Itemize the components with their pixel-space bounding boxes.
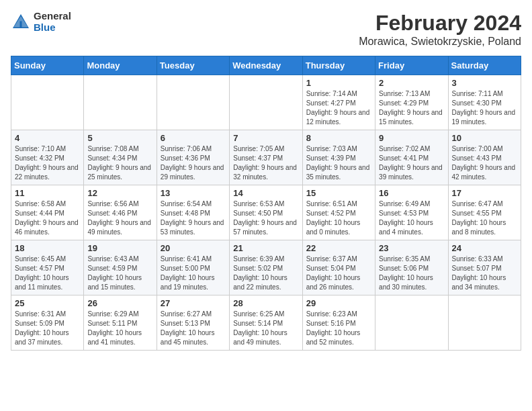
day-info: Sunrise: 6:37 AMSunset: 5:04 PMDaylight:…	[306, 255, 371, 292]
day-info: Sunrise: 6:29 AMSunset: 5:11 PMDaylight:…	[87, 310, 152, 347]
day-info: Sunrise: 6:25 AMSunset: 5:14 PMDaylight:…	[233, 310, 298, 347]
day-info: Sunrise: 6:35 AMSunset: 5:06 PMDaylight:…	[379, 255, 444, 292]
day-info: Sunrise: 6:23 AMSunset: 5:16 PMDaylight:…	[306, 310, 371, 347]
day-info: Sunrise: 7:02 AMSunset: 4:41 PMDaylight:…	[379, 144, 444, 182]
day-info: Sunrise: 6:33 AMSunset: 5:07 PMDaylight:…	[452, 255, 517, 292]
table-row: 17 Sunrise: 6:47 AMSunset: 4:55 PMDaylig…	[448, 185, 521, 240]
day-info: Sunrise: 6:47 AMSunset: 4:55 PMDaylight:…	[452, 199, 517, 237]
table-row: 14 Sunrise: 6:53 AMSunset: 4:50 PMDaylig…	[230, 185, 302, 240]
day-info: Sunrise: 6:53 AMSunset: 4:50 PMDaylight:…	[233, 199, 298, 237]
location-subtitle: Morawica, Swietokrzyskie, Poland	[359, 36, 521, 48]
title-section: February 2024 Morawica, Swietokrzyskie, …	[359, 11, 521, 48]
day-info: Sunrise: 7:00 AMSunset: 4:43 PMDaylight:…	[452, 144, 517, 182]
table-row: 26 Sunrise: 6:29 AMSunset: 5:11 PMDaylig…	[84, 295, 157, 351]
day-info: Sunrise: 7:11 AMSunset: 4:30 PMDaylight:…	[452, 89, 517, 127]
day-number: 26	[87, 298, 152, 308]
day-number: 6	[161, 133, 226, 143]
table-row: 15 Sunrise: 6:51 AMSunset: 4:52 PMDaylig…	[302, 185, 375, 240]
header-thursday: Thursday	[302, 56, 375, 75]
day-number: 19	[87, 243, 152, 253]
table-row: 12 Sunrise: 6:56 AMSunset: 4:46 PMDaylig…	[84, 185, 157, 240]
table-row: 8 Sunrise: 7:03 AMSunset: 4:39 PMDayligh…	[302, 130, 375, 185]
table-row: 18 Sunrise: 6:45 AMSunset: 4:57 PMDaylig…	[11, 240, 84, 295]
table-row: 7 Sunrise: 7:05 AMSunset: 4:37 PMDayligh…	[230, 130, 302, 185]
table-row	[375, 295, 448, 351]
day-info: Sunrise: 7:10 AMSunset: 4:32 PMDaylight:…	[15, 144, 80, 182]
day-number: 15	[306, 188, 371, 198]
table-row: 6 Sunrise: 7:06 AMSunset: 4:36 PMDayligh…	[157, 130, 229, 185]
day-number: 10	[452, 133, 517, 143]
table-row: 28 Sunrise: 6:25 AMSunset: 5:14 PMDaylig…	[230, 295, 302, 351]
day-info: Sunrise: 7:05 AMSunset: 4:37 PMDaylight:…	[233, 144, 298, 182]
table-row: 24 Sunrise: 6:33 AMSunset: 5:07 PMDaylig…	[448, 240, 521, 295]
logo: General Blue	[11, 11, 71, 33]
header-saturday: Saturday	[448, 56, 521, 75]
table-row: 25 Sunrise: 6:31 AMSunset: 5:09 PMDaylig…	[11, 295, 84, 351]
table-row	[230, 75, 302, 130]
header: General Blue February 2024 Morawica, Swi…	[11, 11, 521, 48]
day-info: Sunrise: 6:31 AMSunset: 5:09 PMDaylight:…	[15, 310, 80, 347]
day-number: 16	[379, 188, 444, 198]
calendar-week-row: 11 Sunrise: 6:58 AMSunset: 4:44 PMDaylig…	[11, 185, 521, 240]
day-number: 12	[87, 188, 152, 198]
day-info: Sunrise: 6:27 AMSunset: 5:13 PMDaylight:…	[161, 310, 226, 347]
logo-text: General Blue	[34, 11, 71, 33]
calendar-week-row: 18 Sunrise: 6:45 AMSunset: 4:57 PMDaylig…	[11, 240, 521, 295]
table-row: 22 Sunrise: 6:37 AMSunset: 5:04 PMDaylig…	[302, 240, 375, 295]
day-info: Sunrise: 6:51 AMSunset: 4:52 PMDaylight:…	[306, 199, 371, 237]
header-friday: Friday	[375, 56, 448, 75]
table-row	[11, 75, 84, 130]
calendar-table: Sunday Monday Tuesday Wednesday Thursday…	[11, 56, 521, 351]
day-number: 14	[233, 188, 298, 198]
header-wednesday: Wednesday	[230, 56, 302, 75]
day-number: 18	[15, 243, 80, 253]
table-row: 1 Sunrise: 7:14 AMSunset: 4:27 PMDayligh…	[302, 75, 375, 130]
header-sunday: Sunday	[11, 56, 84, 75]
table-row: 20 Sunrise: 6:41 AMSunset: 5:00 PMDaylig…	[157, 240, 229, 295]
table-row: 23 Sunrise: 6:35 AMSunset: 5:06 PMDaylig…	[375, 240, 448, 295]
table-row	[448, 295, 521, 351]
day-info: Sunrise: 6:56 AMSunset: 4:46 PMDaylight:…	[87, 199, 152, 237]
table-row: 13 Sunrise: 6:54 AMSunset: 4:48 PMDaylig…	[157, 185, 229, 240]
table-row	[157, 75, 229, 130]
table-row	[84, 75, 157, 130]
day-info: Sunrise: 6:49 AMSunset: 4:53 PMDaylight:…	[379, 199, 444, 237]
day-number: 4	[15, 133, 80, 143]
day-info: Sunrise: 6:39 AMSunset: 5:02 PMDaylight:…	[233, 255, 298, 292]
day-number: 9	[379, 133, 444, 143]
table-row: 9 Sunrise: 7:02 AMSunset: 4:41 PMDayligh…	[375, 130, 448, 185]
header-tuesday: Tuesday	[157, 56, 229, 75]
day-info: Sunrise: 7:08 AMSunset: 4:34 PMDaylight:…	[87, 144, 152, 182]
weekday-header-row: Sunday Monday Tuesday Wednesday Thursday…	[11, 56, 521, 75]
day-number: 8	[306, 133, 371, 143]
day-number: 1	[306, 78, 371, 88]
table-row: 4 Sunrise: 7:10 AMSunset: 4:32 PMDayligh…	[11, 130, 84, 185]
day-info: Sunrise: 6:43 AMSunset: 4:59 PMDaylight:…	[87, 255, 152, 292]
day-info: Sunrise: 6:41 AMSunset: 5:00 PMDaylight:…	[161, 255, 226, 292]
table-row: 11 Sunrise: 6:58 AMSunset: 4:44 PMDaylig…	[11, 185, 84, 240]
table-row: 29 Sunrise: 6:23 AMSunset: 5:16 PMDaylig…	[302, 295, 375, 351]
day-info: Sunrise: 7:03 AMSunset: 4:39 PMDaylight:…	[306, 144, 371, 182]
day-info: Sunrise: 6:54 AMSunset: 4:48 PMDaylight:…	[161, 199, 226, 237]
day-number: 7	[233, 133, 298, 143]
day-number: 27	[161, 298, 226, 308]
table-row: 19 Sunrise: 6:43 AMSunset: 4:59 PMDaylig…	[84, 240, 157, 295]
logo-icon	[11, 12, 31, 32]
day-number: 13	[161, 188, 226, 198]
day-number: 17	[452, 188, 517, 198]
day-number: 24	[452, 243, 517, 253]
day-number: 22	[306, 243, 371, 253]
day-number: 28	[233, 298, 298, 308]
table-row: 10 Sunrise: 7:00 AMSunset: 4:43 PMDaylig…	[448, 130, 521, 185]
header-monday: Monday	[84, 56, 157, 75]
table-row: 27 Sunrise: 6:27 AMSunset: 5:13 PMDaylig…	[157, 295, 229, 351]
day-info: Sunrise: 6:58 AMSunset: 4:44 PMDaylight:…	[15, 199, 80, 237]
day-number: 5	[87, 133, 152, 143]
day-info: Sunrise: 7:13 AMSunset: 4:29 PMDaylight:…	[379, 89, 444, 127]
day-info: Sunrise: 7:14 AMSunset: 4:27 PMDaylight:…	[306, 89, 371, 127]
table-row: 2 Sunrise: 7:13 AMSunset: 4:29 PMDayligh…	[375, 75, 448, 130]
day-number: 21	[233, 243, 298, 253]
day-info: Sunrise: 7:06 AMSunset: 4:36 PMDaylight:…	[161, 144, 226, 182]
day-number: 29	[306, 298, 371, 308]
table-row: 21 Sunrise: 6:39 AMSunset: 5:02 PMDaylig…	[230, 240, 302, 295]
